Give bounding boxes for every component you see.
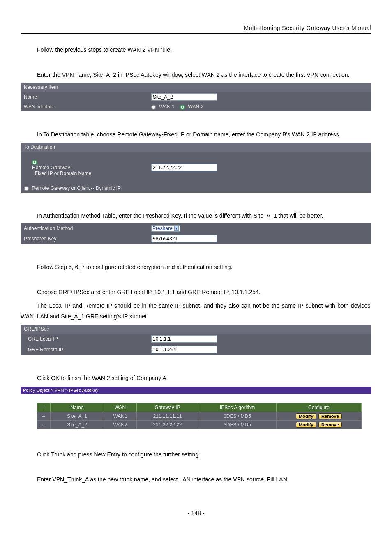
authentication-panel: Authentication Method Preshare ▾ Preshar… <box>21 223 371 244</box>
autokey-table: i Name WAN Gateway IP IPSec Algorithm Co… <box>37 403 362 429</box>
row1-gw: 211.22.22.22 <box>137 421 198 429</box>
row0-alg: 3DES / MD5 <box>198 412 277 421</box>
remote-fixed-row[interactable]: Remote Gateway -- Fixed IP or Domain Nam… <box>21 152 148 184</box>
table-row: -- Site_A_2 WAN2 211.22.22.22 3DES / MD5… <box>37 421 362 429</box>
psk-input[interactable]: 987654321 <box>151 235 217 242</box>
col-name: Name <box>51 403 104 412</box>
wan2-radio[interactable] <box>180 105 185 110</box>
psk-label: Preshared Key <box>21 233 148 244</box>
gre-remote-label: GRE Remote IP <box>21 344 148 355</box>
remove-button[interactable]: Remove <box>318 413 342 419</box>
necessary-item-panel: Necessary Item Name Site_A_2 WAN interfa… <box>21 83 371 111</box>
paragraph-9: Click Trunk and press New Entry to confi… <box>21 449 371 460</box>
row1-name: Site_A_2 <box>51 421 104 429</box>
header-rule <box>21 33 371 34</box>
auth-method-select[interactable]: Preshare ▾ <box>151 225 180 232</box>
auth-method-label: Authentication Method <box>21 223 148 233</box>
remote-dynamic-label: Remote Gateway or Client -- Dynamic IP <box>32 185 121 191</box>
col-i: i <box>37 403 51 412</box>
gre-local-label: GRE Local IP <box>21 334 148 344</box>
wan1-label: WAN 1 <box>159 104 175 110</box>
row0-wan: WAN1 <box>104 412 137 421</box>
remote-fixed-input[interactable]: 211.22.22.22 <box>151 164 217 171</box>
gre-local-input[interactable]: 10.1.1.1 <box>151 335 217 343</box>
to-destination-header: To Destination <box>21 143 371 152</box>
remote-fixed-radio[interactable] <box>32 160 37 165</box>
breadcrumb: Policy Object > VPN > IPSec Autokey <box>21 387 371 394</box>
remote-dynamic-row[interactable]: Remote Gateway or Client -- Dynamic IP <box>21 184 371 193</box>
paragraph-3: In To Destination table, choose Remote G… <box>21 129 371 140</box>
row1-alg: 3DES / MD5 <box>198 421 277 429</box>
paragraph-10: Enter VPN_Trunk_A as the new trunk name,… <box>21 474 371 485</box>
row0-idx: -- <box>37 412 51 421</box>
row1-idx: -- <box>37 421 51 429</box>
col-gw: Gateway IP <box>137 403 198 412</box>
row0-name: Site_A_1 <box>51 412 104 421</box>
col-configure: Configure <box>277 403 362 412</box>
necessary-item-header: Necessary Item <box>21 83 371 92</box>
wan-interface-label: WAN interface <box>21 102 148 111</box>
gre-ipsec-panel: GRE/IPSec GRE Local IP 10.1.1.1 GRE Remo… <box>21 325 371 355</box>
chevron-down-icon: ▾ <box>174 226 179 231</box>
paragraph-4: In Authentication Method Table, enter th… <box>21 210 371 221</box>
row1-wan: WAN2 <box>104 421 137 429</box>
auth-method-value: Preshare <box>152 226 173 231</box>
remove-button[interactable]: Remove <box>318 422 342 428</box>
page-header: Multi-Homing Security Gateway User's Man… <box>244 25 372 31</box>
paragraph-5: Follow Step 5, 6, 7 to configure related… <box>21 262 371 273</box>
paragraph-7: The Local IP and Remote IP should be in … <box>21 300 371 322</box>
page-number: - 148 - <box>21 510 371 516</box>
row0-gw: 211.11.11.11 <box>137 412 198 421</box>
to-destination-panel: To Destination Remote Gateway -- Fixed I… <box>21 143 371 193</box>
remote-fixed-label: Remote Gateway -- Fixed IP or Domain Nam… <box>24 165 92 176</box>
gre-remote-input[interactable]: 10.1.1.254 <box>151 346 217 353</box>
name-label: Name <box>21 92 148 102</box>
wan1-radio[interactable] <box>151 105 156 110</box>
gre-ipsec-header: GRE/IPSec <box>21 325 371 334</box>
table-row: -- Site_A_1 WAN1 211.11.11.11 3DES / MD5… <box>37 412 362 421</box>
paragraph-6: Choose GRE/ IPSec and enter GRE Local IP… <box>21 287 371 298</box>
paragraph-1: Follow the previous steps to create WAN … <box>21 44 371 55</box>
col-wan: WAN <box>104 403 137 412</box>
modify-button[interactable]: Modify <box>296 422 316 428</box>
paragraph-8: Click OK to finish the WAN 2 setting of … <box>21 373 371 384</box>
remote-dynamic-radio[interactable] <box>24 186 29 191</box>
wan2-label: WAN 2 <box>188 104 204 110</box>
col-alg: IPSec Algorithm <box>198 403 277 412</box>
name-input[interactable]: Site_A_2 <box>151 93 217 101</box>
paragraph-2: Enter the VPN name, Site_A_2 in IPSec Au… <box>21 69 371 81</box>
modify-button[interactable]: Modify <box>296 413 316 419</box>
